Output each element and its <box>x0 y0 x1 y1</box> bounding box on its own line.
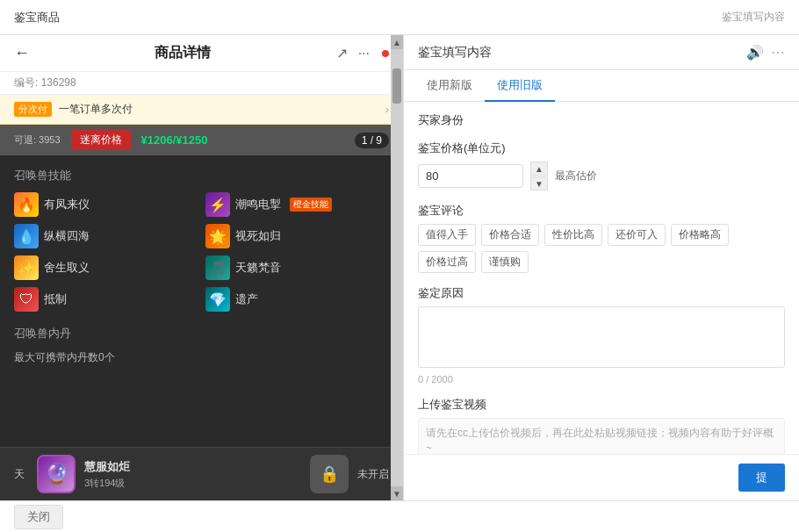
price-up-button[interactable]: ▲ <box>530 162 548 176</box>
card-header-icons: ↗ ··· <box>336 45 389 61</box>
submit-area: 提 <box>404 454 799 500</box>
skill-icon-1: ⚡ <box>205 192 230 217</box>
tag-5[interactable]: 价格过高 <box>418 251 476 273</box>
item-name: 慧服如炬 <box>84 459 301 475</box>
skill-item-3: 🌟 视死如归 <box>205 224 390 248</box>
opinion-group: 鉴宝评论 值得入手 价格合适 性价比高 还价可入 价格略高 价格过高 谨慎购 <box>418 203 785 273</box>
lock-icon: 🔒 <box>310 455 349 493</box>
skill-name-1: 潮鸣电掣 <box>235 197 281 212</box>
price-red-button[interactable]: 迷离价格 <box>71 130 131 150</box>
price-bar: 可退: 3953 迷离价格 ¥1206/¥1250 1 / 9 <box>0 125 403 155</box>
tag-4[interactable]: 价格略高 <box>671 224 729 246</box>
buyer-identity-label: 买家身份 <box>418 112 785 128</box>
skill-tag-1: 橙金技能 <box>290 198 332 212</box>
page-indicator: 1 / 9 <box>355 133 389 148</box>
skill-icon-6: 🛡 <box>14 287 39 312</box>
skill-icon-5: 🎵 <box>205 255 230 280</box>
video-label: 上传鉴宝视频 <box>418 397 785 413</box>
fenqi-row[interactable]: 分次付 一笔订单多次付 › <box>0 95 403 125</box>
video-upload-area[interactable]: 请先在cc上传估价视频后，再在此处粘贴视频链接；视频内容有助于好评概~ <box>418 418 785 454</box>
right-title-text: 鉴宝填写内容 <box>722 10 785 25</box>
back-button[interactable]: ← <box>14 44 30 62</box>
skill-grid: 🔥 有凤来仪 ⚡ 潮鸣电掣 橙金技能 💧 纵横四海 🌟 视死如归 <box>14 192 389 312</box>
tab-use-old[interactable]: 使用旧版 <box>485 70 555 102</box>
item-sub: 3转194级 <box>84 477 301 490</box>
external-link-icon[interactable]: ↗ <box>336 45 348 61</box>
scroll-track <box>391 49 403 486</box>
right-header: 鉴宝填写内容 🔊 ⋯ <box>404 35 799 70</box>
price-input-row: ▲ ▼ 最高估价 <box>418 162 785 191</box>
scroll-up-button[interactable]: ▲ <box>391 35 403 49</box>
buyer-identity-group: 买家身份 <box>418 112 785 128</box>
scroll-down-button[interactable]: ▼ <box>391 486 403 500</box>
more-icon[interactable]: ··· <box>358 46 370 61</box>
price-input[interactable] <box>418 164 523 188</box>
skill-icon-0: 🔥 <box>14 192 39 217</box>
skill-name-5: 天籁梵音 <box>235 260 281 276</box>
reason-textarea[interactable] <box>418 306 785 368</box>
skill-icon-3: 🌟 <box>205 224 230 248</box>
skill-section: 召唤兽技能 🔥 有凤来仪 ⚡ 潮鸣电掣 橙金技能 💧 纵横四海 <box>0 155 403 447</box>
opinion-tags-row: 值得入手 价格合适 性价比高 还价可入 价格略高 价格过高 谨慎购 <box>418 224 785 273</box>
tag-1[interactable]: 价格合适 <box>481 224 539 246</box>
tab-old-label: 使用旧版 <box>497 78 543 91</box>
bottom-bar: 关闭 <box>0 500 799 532</box>
unlock-label: 未开启 <box>357 467 389 482</box>
item-info: 慧服如炬 3转194级 <box>84 459 301 490</box>
price-left-label: 可退: 3953 <box>14 133 61 147</box>
skill-icon-2: 💧 <box>14 224 39 248</box>
bottom-item-row: 天 🔮 慧服如炬 3转194级 🔒 未开启 <box>0 447 403 500</box>
price-group: 鉴宝价格(单位元) ▲ ▼ 最高估价 <box>418 140 785 191</box>
reason-label: 鉴定原因 <box>418 285 785 301</box>
skill-name-0: 有凤来仪 <box>44 197 90 212</box>
top-bar-right-title: 鉴宝填写内容 <box>722 10 785 25</box>
tag-6[interactable]: 谨慎购 <box>481 251 529 273</box>
settings-icon[interactable]: ⋯ <box>771 44 785 61</box>
skill-item-0: 🔥 有凤来仪 <box>14 192 198 217</box>
neidan-section: 召唤兽内丹 最大可携带内丹数0个 <box>14 326 389 365</box>
tabs-row: 使用新版 使用旧版 <box>404 70 799 102</box>
scrollbar[interactable]: ▲ ▼ <box>391 35 403 500</box>
skill-name-6: 抵制 <box>44 291 67 307</box>
top-bar: 鉴宝商品 鉴宝填写内容 <box>0 0 799 35</box>
day-label: 天 <box>14 467 28 482</box>
tag-3[interactable]: 还价可入 <box>608 224 666 246</box>
price-down-button[interactable]: ▼ <box>530 176 548 191</box>
top-bar-left-title: 鉴宝商品 <box>14 10 60 25</box>
video-group: 上传鉴宝视频 请先在cc上传估价视频后，再在此处粘贴视频链接；视频内容有助于好评… <box>418 397 785 454</box>
close-button[interactable]: 关闭 <box>14 505 63 529</box>
skill-icon-7: 💎 <box>205 287 230 312</box>
fenqi-badge: 分次付 <box>14 102 52 117</box>
skill-name-3: 视死如归 <box>235 228 281 244</box>
skill-name-4: 舍生取义 <box>44 260 90 276</box>
char-count: 0 / 2000 <box>418 374 785 385</box>
skill-name-2: 纵横四海 <box>44 228 90 244</box>
skill-section-title: 召唤兽技能 <box>14 168 389 183</box>
video-hint: 请先在cc上传估价视频后，再在此处粘贴视频链接；视频内容有助于好评概~ <box>426 427 774 454</box>
card-header: ← 商品详情 ↗ ··· <box>0 35 403 72</box>
form-area: 买家身份 鉴宝价格(单位元) ▲ ▼ 最高估价 鉴宝评论 值得入手 <box>404 102 799 454</box>
skill-item-7: 💎 遗产 <box>205 287 390 312</box>
scroll-thumb <box>392 68 401 104</box>
tag-2[interactable]: 性价比高 <box>544 224 602 246</box>
skill-item-2: 💧 纵横四海 <box>14 224 198 248</box>
price-stepper: ▲ ▼ <box>530 162 548 191</box>
price-value: ¥1206/¥1250 <box>141 133 208 147</box>
max-price-label: 最高估价 <box>555 169 597 183</box>
tab-new-label: 使用新版 <box>427 78 472 91</box>
skill-item-4: ✨ 舍生取义 <box>14 255 198 280</box>
neidan-section-title: 召唤兽内丹 <box>14 326 389 341</box>
main-content: ← 商品详情 ↗ ··· 编号: 136298 分次付 一笔订单多次付 › <box>0 35 799 500</box>
opinion-label: 鉴宝评论 <box>418 203 785 219</box>
skill-item-6: 🛡 抵制 <box>14 287 198 312</box>
volume-icon[interactable]: 🔊 <box>746 44 764 61</box>
tab-use-new[interactable]: 使用新版 <box>414 70 485 102</box>
skill-name-7: 遗产 <box>235 291 258 307</box>
tag-0[interactable]: 值得入手 <box>418 224 476 246</box>
fenqi-arrow-icon: › <box>385 103 389 116</box>
order-id-row: 编号: 136298 <box>0 72 403 95</box>
skill-item-5: 🎵 天籁梵音 <box>205 255 390 280</box>
submit-button[interactable]: 提 <box>738 464 785 492</box>
fenqi-text: 一笔订单多次付 <box>59 102 133 117</box>
card-header-title: 商品详情 <box>155 44 211 62</box>
